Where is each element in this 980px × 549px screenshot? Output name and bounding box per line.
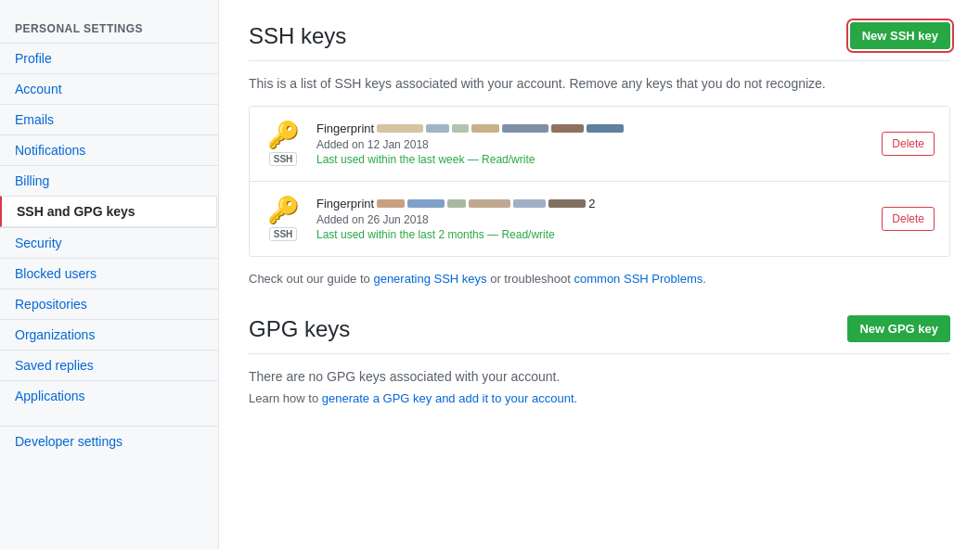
gpg-no-keys-text: There are no GPG keys associated with yo… <box>249 369 950 384</box>
common-ssh-problems-link[interactable]: common SSH Problems <box>574 272 703 286</box>
table-row: 🔑 SSH Fingerprint Added on 12 Jan 20 <box>250 107 949 182</box>
sidebar-item-notifications[interactable]: Notifications <box>0 134 218 165</box>
key1-blurred-1 <box>377 124 423 133</box>
key2-details: Fingerprint 2 Added on 26 Jun 2018 Last … <box>316 197 882 241</box>
sidebar-item-profile[interactable]: Profile <box>0 43 218 73</box>
sidebar-item-blocked-users[interactable]: Blocked users <box>0 258 218 288</box>
key2-blurred-4 <box>469 199 510 208</box>
key1-blurred-7 <box>587 124 624 133</box>
key2-blurred-3 <box>447 199 466 208</box>
gpg-section: GPG keys New GPG key There are no GPG ke… <box>249 315 950 405</box>
sidebar-header: Personal settings <box>0 15 218 43</box>
ssh-description: This is a list of SSH keys associated wi… <box>249 76 950 91</box>
key1-blurred-4 <box>471 124 499 133</box>
key2-delete-button[interactable]: Delete <box>882 207 935 231</box>
sidebar-item-applications[interactable]: Applications <box>0 380 218 411</box>
key1-blurred-5 <box>502 124 548 133</box>
sidebar-item-account[interactable]: Account <box>0 73 218 104</box>
key1-fingerprint-row: Fingerprint <box>316 121 882 135</box>
key1-details: Fingerprint Added on 12 Jan 2018 Last us… <box>316 121 882 166</box>
generate-gpg-key-link[interactable]: generate a GPG key and add it to your ac… <box>322 391 574 405</box>
sidebar-item-billing[interactable]: Billing <box>0 165 218 196</box>
key2-fingerprint-row: Fingerprint 2 <box>316 197 882 211</box>
key1-blurred-6 <box>551 124 584 133</box>
key1-badge: SSH <box>269 152 298 166</box>
key1-blurred-2 <box>426 124 449 133</box>
key-icon: 🔑 <box>267 198 300 223</box>
key2-blurred-6 <box>548 199 586 208</box>
key2-icon-wrapper: 🔑 SSH <box>264 198 302 241</box>
key1-added: Added on 12 Jan 2018 <box>316 138 882 151</box>
key1-delete-button[interactable]: Delete <box>882 132 935 156</box>
generating-ssh-keys-link[interactable]: generating SSH keys <box>373 272 486 286</box>
key2-fingerprint-label: Fingerprint <box>316 197 374 211</box>
key2-blurred-2 <box>407 199 445 208</box>
key2-blurred-1 <box>377 199 405 208</box>
new-gpg-key-button[interactable]: New GPG key <box>847 315 950 342</box>
guide-suffix: . <box>703 272 706 286</box>
main-content: SSH keys New SSH key This is a list of S… <box>219 0 980 549</box>
key2-badge: SSH <box>269 227 298 241</box>
sidebar-item-saved-replies[interactable]: Saved replies <box>0 350 218 380</box>
sidebar-item-emails[interactable]: Emails <box>0 104 218 134</box>
table-row: 🔑 SSH Fingerprint 2 Added on 26 Jun 2 <box>250 182 949 256</box>
ssh-section-title: SSH keys <box>249 23 346 49</box>
sidebar-item-developer-settings[interactable]: Developer settings <box>0 426 218 456</box>
key-icon: 🔑 <box>267 122 300 148</box>
sidebar: Personal settings Profile Account Emails… <box>0 0 219 549</box>
key2-last-used: Last used within the last 2 months — Rea… <box>316 228 882 241</box>
sidebar-item-ssh-gpg[interactable]: SSH and GPG keys <box>0 196 217 227</box>
guide-prefix: Check out our guide to <box>249 272 373 286</box>
ssh-section-header: SSH keys New SSH key <box>249 22 950 61</box>
sidebar-item-repositories[interactable]: Repositories <box>0 288 218 319</box>
key1-fingerprint-label: Fingerprint <box>316 121 374 135</box>
key1-last-used: Last used within the last week — Read/wr… <box>316 153 882 166</box>
sidebar-item-organizations[interactable]: Organizations <box>0 319 218 350</box>
key1-icon-wrapper: 🔑 SSH <box>264 122 302 166</box>
sidebar-item-security[interactable]: Security <box>0 227 218 258</box>
guide-middle: or troubleshoot <box>487 272 574 286</box>
key2-added: Added on 26 Jun 2018 <box>316 213 882 226</box>
gpg-learn-text: Learn how to generate a GPG key and add … <box>249 391 950 405</box>
ssh-key-list: 🔑 SSH Fingerprint Added on 12 Jan 20 <box>249 106 950 257</box>
ssh-guide-text: Check out our guide to generating SSH ke… <box>249 272 950 286</box>
ssh-section: SSH keys New SSH key This is a list of S… <box>249 22 950 286</box>
gpg-section-header: GPG keys New GPG key <box>249 315 950 354</box>
key2-suffix: 2 <box>588 197 595 211</box>
gpg-section-title: GPG keys <box>249 316 350 342</box>
key1-blurred-3 <box>452 124 469 133</box>
new-ssh-key-button[interactable]: New SSH key <box>850 22 950 49</box>
key2-blurred-5 <box>513 199 546 208</box>
learn-suffix: . <box>574 391 578 405</box>
learn-prefix: Learn how to <box>249 391 322 405</box>
